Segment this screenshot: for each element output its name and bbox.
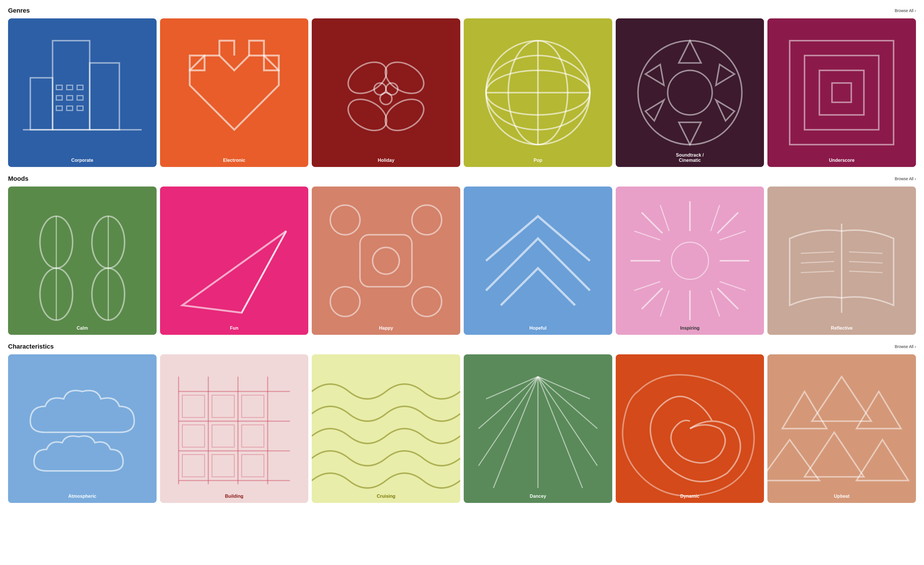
- characteristics-grid: Atmospheric: [8, 355, 916, 503]
- svg-rect-4: [56, 85, 62, 89]
- moods-title: Moods: [8, 175, 28, 182]
- svg-line-60: [719, 231, 745, 240]
- svg-rect-33: [832, 83, 851, 102]
- characteristic-label-atmospheric: Atmospheric: [8, 494, 157, 503]
- moods-header: Moods Browse All ›: [8, 175, 916, 182]
- mood-card-fun[interactable]: Fun: [160, 186, 309, 335]
- svg-point-17: [343, 93, 392, 137]
- characteristic-card-dynamic[interactable]: Dynamic: [616, 355, 764, 503]
- genre-label-holiday: Holiday: [312, 158, 460, 167]
- svg-rect-83: [242, 395, 264, 418]
- genres-browse-all[interactable]: Browse All ›: [895, 8, 916, 13]
- svg-rect-89: [242, 455, 264, 477]
- svg-line-59: [711, 205, 719, 231]
- characteristics-section: Characteristics Browse All › Atmospheric: [8, 343, 916, 503]
- svg-rect-8: [67, 96, 73, 100]
- svg-line-61: [719, 281, 745, 290]
- svg-line-62: [711, 290, 719, 316]
- characteristic-card-building[interactable]: Building: [160, 355, 309, 503]
- moods-section: Moods Browse All › Calm: [8, 175, 916, 335]
- characteristic-label-dynamic: Dynamic: [616, 494, 764, 503]
- genres-header: Genres Browse All ›: [8, 7, 916, 14]
- svg-point-48: [412, 287, 442, 316]
- svg-rect-10: [56, 106, 62, 110]
- genre-card-electronic[interactable]: Electronic: [160, 18, 309, 167]
- svg-rect-84: [182, 425, 205, 448]
- moods-browse-all[interactable]: Browse All ›: [895, 176, 916, 181]
- svg-point-47: [330, 287, 360, 316]
- svg-line-68: [801, 261, 834, 263]
- svg-marker-104: [856, 440, 909, 481]
- characteristic-card-dancey[interactable]: Dancey: [464, 355, 612, 503]
- mood-card-inspiring[interactable]: Inspiring: [616, 186, 764, 335]
- svg-point-49: [373, 248, 399, 274]
- mood-label-inspiring: Inspiring: [616, 326, 764, 335]
- svg-rect-82: [212, 395, 234, 418]
- svg-line-63: [660, 290, 669, 316]
- characteristic-card-atmospheric[interactable]: Atmospheric: [8, 355, 157, 503]
- genres-grid: Corporate Electronic: [8, 18, 916, 167]
- svg-rect-5: [67, 85, 73, 89]
- svg-line-56: [717, 212, 738, 233]
- svg-point-28: [638, 41, 742, 145]
- svg-rect-12: [77, 106, 83, 110]
- svg-rect-81: [182, 395, 205, 418]
- genres-title: Genres: [8, 7, 30, 14]
- genre-card-holiday[interactable]: Holiday: [312, 18, 460, 167]
- svg-rect-2: [30, 78, 52, 130]
- mood-label-hopeful: Hopeful: [464, 326, 612, 335]
- svg-rect-86: [242, 425, 264, 448]
- svg-rect-11: [67, 106, 73, 110]
- svg-line-43: [242, 231, 286, 313]
- svg-line-71: [849, 261, 882, 263]
- svg-marker-103: [804, 433, 864, 477]
- svg-marker-42: [182, 231, 286, 313]
- characteristic-label-dancey: Dancey: [464, 494, 612, 503]
- mood-card-calm[interactable]: Calm: [8, 186, 157, 335]
- genre-label-underscore: Underscore: [767, 158, 916, 167]
- svg-line-69: [801, 271, 834, 272]
- svg-point-46: [412, 205, 442, 234]
- genre-card-soundtrack[interactable]: Soundtrack / Cinematic: [616, 18, 764, 167]
- svg-line-65: [634, 231, 660, 240]
- genre-label-corporate: Corporate: [8, 158, 157, 167]
- moods-grid: Calm Fun Happy: [8, 186, 916, 335]
- svg-rect-7: [56, 96, 62, 100]
- svg-rect-6: [77, 85, 83, 89]
- svg-line-54: [642, 212, 662, 233]
- genre-label-pop: Pop: [464, 158, 612, 167]
- characteristic-label-building: Building: [160, 494, 309, 503]
- characteristics-title: Characteristics: [8, 343, 54, 350]
- mood-label-happy: Happy: [312, 326, 460, 335]
- svg-line-57: [642, 288, 662, 309]
- svg-rect-9: [77, 96, 83, 100]
- svg-rect-31: [804, 56, 879, 129]
- characteristics-header: Characteristics Browse All ›: [8, 343, 916, 350]
- svg-point-21: [380, 93, 392, 104]
- genre-label-soundtrack: Soundtrack / Cinematic: [616, 153, 764, 167]
- characteristic-card-upbeat[interactable]: Upbeat: [767, 355, 916, 503]
- mood-card-happy[interactable]: Happy: [312, 186, 460, 335]
- characteristic-label-cruising: Cruising: [312, 494, 460, 503]
- characteristics-browse-all[interactable]: Browse All ›: [895, 344, 916, 349]
- svg-marker-100: [812, 377, 872, 421]
- genre-card-pop[interactable]: Pop: [464, 18, 612, 167]
- mood-label-fun: Fun: [160, 326, 309, 335]
- characteristic-card-cruising[interactable]: Cruising: [312, 355, 460, 503]
- svg-rect-87: [182, 455, 205, 477]
- svg-line-55: [717, 288, 738, 309]
- mood-card-hopeful[interactable]: Hopeful: [464, 186, 612, 335]
- svg-point-29: [668, 71, 712, 115]
- mood-label-reflective: Reflective: [767, 326, 916, 335]
- genre-card-corporate[interactable]: Corporate: [8, 18, 157, 167]
- mood-card-reflective[interactable]: Reflective: [767, 186, 916, 335]
- svg-point-66: [671, 242, 708, 279]
- characteristic-label-upbeat: Upbeat: [767, 494, 916, 503]
- genre-card-underscore[interactable]: Underscore: [767, 18, 916, 167]
- svg-line-72: [849, 271, 882, 272]
- svg-rect-88: [212, 455, 234, 477]
- svg-line-64: [634, 281, 660, 290]
- svg-rect-85: [212, 425, 234, 448]
- svg-rect-1: [90, 63, 119, 129]
- svg-rect-44: [360, 235, 412, 287]
